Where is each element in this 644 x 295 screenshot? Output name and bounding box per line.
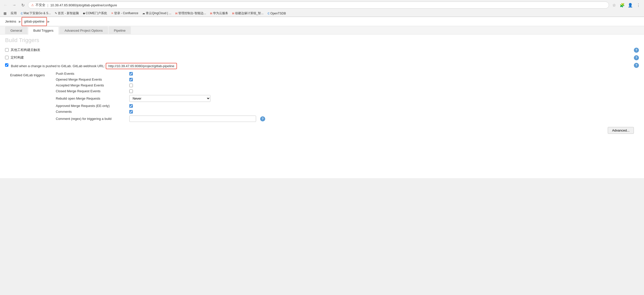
- form-row-other-trigger: 其他工程构建后触发 ?: [5, 48, 639, 53]
- main-content: General Build Triggers Advanced Project …: [0, 26, 644, 178]
- bookmark-huawei2[interactable]: H 华为云服务: [209, 11, 230, 16]
- section-title: Build Triggers: [0, 34, 644, 45]
- nav-separator-1: ▶: [19, 20, 21, 23]
- forward-button[interactable]: →: [11, 2, 18, 9]
- bookmark-huawei3[interactable]: H 创建边缘计算组_智...: [231, 11, 265, 16]
- triggers-grid: Push Events Opened Merge Request Events …: [56, 72, 639, 122]
- schedule-text: 定时构建: [11, 55, 24, 60]
- rebuild-open-label: Rebuild open Merge Requests: [56, 97, 127, 100]
- nav-separator-2: ▶: [47, 20, 50, 23]
- comments-label: Comments: [56, 110, 127, 114]
- schedule-label[interactable]: 定时构建: [5, 55, 24, 60]
- other-trigger-label[interactable]: 其他工程构建后触发: [5, 48, 40, 52]
- advanced-btn-row: Advanced...: [5, 124, 639, 136]
- approved-merge-label: Approved Merge Requests (EE-only): [56, 104, 127, 108]
- other-trigger-text: 其他工程构建后触发: [11, 48, 40, 52]
- bookmark-homepage[interactable]: ✎ 首页 - 新智超脑: [53, 11, 80, 16]
- tab-advanced-project-options[interactable]: Advanced Project Options: [59, 26, 108, 34]
- security-label: 不安全: [35, 3, 45, 7]
- rebuild-open-select[interactable]: Never On push to source branch On push t…: [129, 95, 210, 102]
- url-separator: |: [47, 3, 48, 7]
- push-events-label: Push Events: [56, 72, 127, 76]
- bookmark-button[interactable]: ☆: [611, 2, 618, 9]
- webhook-url-text: http://10.39.47.65:8080/project/gitlab-p…: [108, 64, 174, 68]
- push-events-checkbox[interactable]: [129, 72, 133, 76]
- form-row-schedule: 定时构建 ?: [5, 55, 639, 60]
- closed-merge-label: Closed Merge Request Events: [56, 89, 127, 93]
- bookmark-come[interactable]: ◆ COME门户系统: [81, 11, 109, 16]
- gitlab-webhook-help-icon[interactable]: ?: [634, 63, 639, 68]
- trigger-accepted-merge: Accepted Merge Request Events: [56, 83, 639, 87]
- trigger-approved-merge: Approved Merge Requests (EE-only): [56, 104, 639, 108]
- comment-regex-help-icon[interactable]: ?: [260, 116, 265, 121]
- gitlab-webhook-label-text: Build when a change is pushed to GitLab.…: [11, 64, 106, 68]
- accepted-merge-checkbox[interactable]: [129, 84, 133, 87]
- reload-button[interactable]: ↻: [19, 2, 26, 9]
- other-trigger-help-icon[interactable]: ?: [634, 48, 639, 53]
- trigger-comments: Comments: [56, 110, 639, 114]
- bookmark-mac-go[interactable]: C Mac下安装Go & S...: [19, 11, 52, 16]
- schedule-checkbox[interactable]: [5, 56, 9, 59]
- bookmark-confluence[interactable]: ✕ 登录 - Confluence: [110, 11, 140, 16]
- gitlab-webhook-row: Build when a change is pushed to GitLab.…: [5, 63, 639, 69]
- menu-button[interactable]: ⋮: [635, 2, 642, 9]
- trigger-comment-regex: Comment (regex) for triggering a build J…: [56, 116, 639, 122]
- address-bar[interactable]: ⚠ 不安全 | 10.39.47.65:8080/job/gitlab-pipe…: [28, 2, 609, 9]
- tab-general[interactable]: General: [5, 26, 27, 34]
- bookmark-opentsdb[interactable]: C OpenTSDB: [266, 11, 287, 16]
- apps-icon[interactable]: ⊞: [2, 11, 8, 16]
- back-button[interactable]: ←: [2, 2, 9, 9]
- browser-toolbar: ← → ↻ ⚠ 不安全 | 10.39.47.65:8080/job/gitla…: [0, 0, 644, 10]
- tab-pipeline[interactable]: Pipeline: [109, 26, 131, 34]
- comment-regex-input[interactable]: Jenkins please retry a build: [129, 116, 256, 122]
- profile-button[interactable]: 👤: [627, 2, 634, 9]
- bookmark-apps-label[interactable]: 应用: [9, 11, 18, 16]
- other-trigger-checkbox[interactable]: [5, 48, 9, 52]
- security-icon: ⚠: [31, 3, 34, 7]
- trigger-closed-merge: Closed Merge Request Events: [56, 89, 639, 93]
- opened-merge-checkbox[interactable]: [129, 78, 133, 81]
- opened-merge-label: Opened Merge Request Events: [56, 78, 127, 81]
- bookmark-huawei1[interactable]: H 管理控制台-智能边...: [174, 11, 208, 16]
- webhook-url-box: http://10.39.47.65:8080/project/gitlab-p…: [106, 63, 177, 69]
- gitlab-triggers-section: Enabled GitLab triggers Push Events Open…: [10, 72, 639, 122]
- tab-build-triggers[interactable]: Build Triggers: [28, 26, 59, 34]
- comment-regex-label: Comment (regex) for triggering a build: [56, 117, 127, 121]
- advanced-button[interactable]: Advanced...: [608, 127, 634, 134]
- closed-merge-checkbox[interactable]: [129, 89, 133, 93]
- toolbar-actions: ☆ 🧩 👤 ⋮: [611, 2, 642, 9]
- approved-merge-checkbox[interactable]: [129, 104, 133, 108]
- browser-chrome: ← → ↻ ⚠ 不安全 | 10.39.47.65:8080/job/gitla…: [0, 0, 644, 17]
- jenkins-root-link[interactable]: Jenkins: [3, 17, 18, 26]
- gitlab-webhook-desc: Build when a change is pushed to GitLab.…: [11, 63, 631, 69]
- extension-button[interactable]: 🧩: [619, 2, 626, 9]
- bookmark-qingcloud[interactable]: ☁ 青云QingCloud | ...: [141, 11, 173, 16]
- trigger-rebuild-open: Rebuild open Merge Requests Never On pus…: [56, 95, 639, 102]
- enabled-gitlab-triggers-label: Enabled GitLab triggers: [10, 72, 56, 77]
- trigger-push-events: Push Events: [56, 72, 639, 76]
- comments-checkbox[interactable]: [129, 110, 133, 114]
- gitlab-webhook-checkbox[interactable]: [5, 63, 8, 67]
- trigger-opened-merge: Opened Merge Request Events: [56, 78, 639, 81]
- schedule-help-icon[interactable]: ?: [634, 55, 639, 60]
- form-area: 其他工程构建后触发 ? 定时构建 ? Build when a change i…: [0, 45, 644, 139]
- accepted-merge-label: Accepted Merge Request Events: [56, 83, 127, 87]
- jenkins-nav: Jenkins ▶ gitlab-pipeline ▶: [0, 17, 644, 26]
- address-text: 10.39.47.65:8080/job/gitlab-pipeline/con…: [50, 3, 117, 7]
- tabs-bar: General Build Triggers Advanced Project …: [0, 26, 644, 34]
- jenkins-current-project[interactable]: gitlab-pipeline: [22, 17, 47, 26]
- bookmarks-bar: ⊞ 应用 C Mac下安装Go & S... ✎ 首页 - 新智超脑 ◆ COM…: [0, 10, 644, 17]
